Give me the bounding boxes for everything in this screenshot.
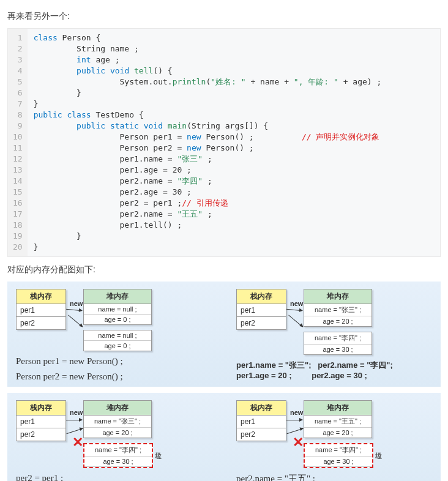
heap-box-garbage: name = "李四" ; age = 30 ; 垃圾 <box>83 443 153 468</box>
heap-box: 堆内存 name = "王五" ; age = 20 ; <box>304 400 372 438</box>
heap-box: 堆内存 name = "张三" ; age = 20 ; <box>83 400 152 438</box>
heap-box-garbage: name = "李四" ; age = 30 ; 垃圾 <box>304 443 373 468</box>
caption-d1a: Person per1 = new Person() ; <box>16 356 212 367</box>
heap-box: name = null ; age = 0 ; <box>83 330 152 351</box>
caption-d1b: Person per2 = new Person() ; <box>16 371 212 382</box>
cross-icon: ✕ <box>72 434 83 450</box>
stack-box: 栈内存 per1 per2 <box>236 289 286 330</box>
code-block: 1 2 3 4 5 6 7 8 9 10 11 12 13 14 15 16 1… <box>7 28 441 257</box>
mid-text: 对应的内存分配图如下: <box>7 264 441 275</box>
heap-box: name = "李四" ; age = 30 ; <box>304 332 372 355</box>
heap-box: 堆内存 name = null ; age = 0 ; <box>83 289 152 325</box>
cross-icon: ✕ <box>293 434 304 450</box>
stack-box: 栈内存 per1 per2 <box>16 289 66 330</box>
heap-box: 堆内存 name = "张三" ; age = 20 ; <box>304 289 372 327</box>
memory-diagram-2: 栈内存 per1 per2 new 堆内存 name = "张三" ; age … <box>7 393 441 481</box>
stack-box: 栈内存 per1 per2 <box>16 400 66 441</box>
caption-d3: per2 = per1 ; <box>16 473 212 481</box>
code-content: class Person { String name ; int age ; p… <box>28 29 440 256</box>
intro-text: 再来看另外一个: <box>7 11 441 22</box>
gutter: 1 2 3 4 5 6 7 8 9 10 11 12 13 14 15 16 1… <box>8 29 28 256</box>
caption-d4: per2.name = "王五" ; <box>236 473 432 481</box>
stack-box: 栈内存 per1 per2 <box>236 400 286 441</box>
caption-d2: per1.name = "张三"; per2.name = "李四"; per1… <box>236 360 432 380</box>
memory-diagram-1: 栈内存 per1 per2 new 堆内存 name = null ; age … <box>7 282 441 387</box>
